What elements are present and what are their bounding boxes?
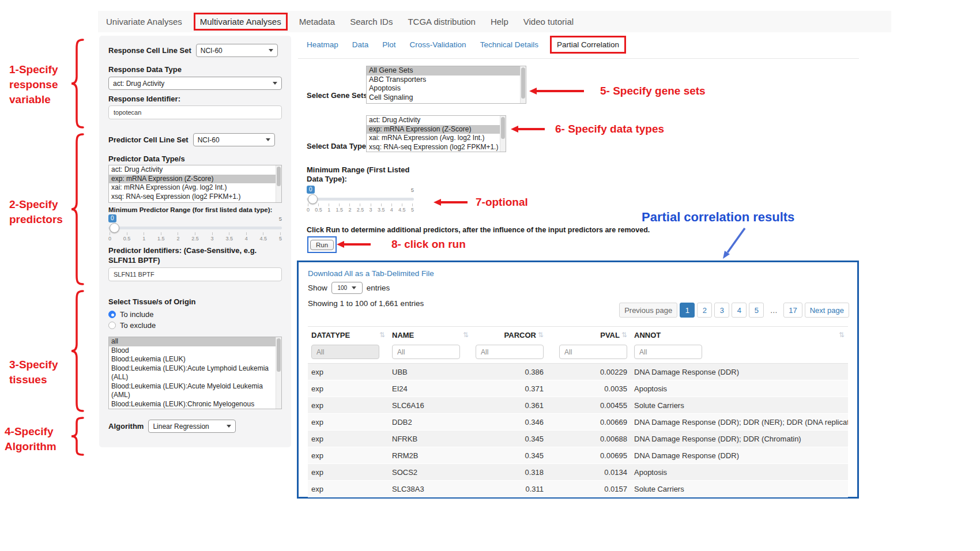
listbox-option[interactable]: xsq: RNA-seq Expression (log2 FPKM+1.) — [367, 143, 506, 152]
listbox-option[interactable]: xsq: RNA-seq Expression (log2 FPKM+1.) — [109, 193, 281, 202]
listbox-option-selected[interactable]: All Gene Sets — [367, 66, 526, 76]
slider-max-label: 5 — [279, 216, 282, 222]
page-button-2[interactable]: 2 — [697, 303, 712, 318]
listbox-option[interactable]: Blood:Leukemia (LEUK) — [109, 355, 281, 364]
page-button-1[interactable]: 1 — [680, 303, 695, 318]
annotation-step1: 1-Specify response variable — [9, 62, 70, 107]
nav-search-ids[interactable]: Search IDs — [350, 17, 393, 27]
listbox-option[interactable]: Blood:Leukemia (LEUK):Acute Myeloid Leuk… — [109, 382, 281, 400]
nav-multivariate-analyses[interactable]: Multivariate Analyses — [194, 13, 288, 31]
column-header-datatype[interactable]: DATATYPE ⇅ — [308, 331, 389, 339]
run-button-highlight: Run — [307, 236, 337, 253]
radio-exclude[interactable] — [108, 322, 116, 329]
algorithm-value: Linear Regression — [153, 422, 209, 431]
min-predictor-range-slider: 0 5 0 0.5 1 1.5 2 2.5 3 3.5 4 4.5 5 — [108, 214, 282, 241]
predictor-cell-line-set-select[interactable]: NCI-60 — [193, 133, 275, 146]
previous-page-button[interactable]: Previous page — [619, 303, 677, 318]
listbox-option[interactable]: xai: mRNA Expression (Avg. log2 Int.) — [109, 183, 281, 193]
slider-max-label: 5 — [411, 187, 414, 193]
listbox-option-selected[interactable]: all — [109, 337, 281, 346]
listbox-option[interactable]: Blood:Leukemia (LEUK):Chronic Myelogenou… — [109, 400, 281, 410]
table-row: exp UBB 0.386 0.00229 DNA Damage Respons… — [308, 364, 848, 380]
cell-pval: 0.0134 — [547, 468, 631, 477]
filter-parcor-input[interactable] — [476, 345, 544, 359]
filter-annot-input[interactable] — [634, 345, 702, 359]
listbox-option[interactable]: xai: mRNA Expression (Avg. log2 Int.) — [367, 134, 506, 143]
sort-icon[interactable]: ⇅ — [621, 331, 627, 339]
annotation-step5: 5- Specify gene sets — [600, 85, 706, 97]
table-filter-row — [308, 343, 848, 364]
response-identifier-input[interactable] — [108, 105, 282, 119]
tab-cross-validation[interactable]: Cross-Validation — [410, 40, 466, 49]
nav-tcga-distribution[interactable]: TCGA distribution — [408, 17, 476, 27]
annotation-step2: 2-Specify predictors — [9, 197, 70, 227]
column-header-annot[interactable]: ANNOT ⇅ — [631, 331, 848, 339]
sort-icon[interactable]: ⇅ — [839, 331, 845, 339]
table-row: exp NFRKB 0.345 0.00688 DNA Damage Respo… — [308, 431, 848, 447]
listbox-option[interactable]: act: Drug Activity — [367, 116, 506, 125]
tab-data[interactable]: Data — [352, 40, 369, 49]
column-header-pval[interactable]: PVAL ⇅ — [547, 331, 631, 339]
scrollbar-thumb[interactable] — [521, 67, 525, 99]
listbox-option[interactable]: act: Drug Activity — [109, 165, 281, 175]
cell-datatype: exp — [308, 451, 389, 460]
page-button-3[interactable]: 3 — [714, 303, 729, 318]
table-body: exp UBB 0.386 0.00229 DNA Damage Respons… — [308, 364, 848, 497]
filter-datatype-input[interactable] — [311, 345, 379, 359]
column-header-parcor[interactable]: PARCOR ⇅ — [472, 331, 547, 339]
page-button-5[interactable]: 5 — [749, 303, 764, 318]
radio-include[interactable] — [108, 311, 116, 318]
slider-track — [307, 198, 414, 201]
nav-video-tutorial[interactable]: Video tutorial — [523, 17, 574, 27]
filter-pval-input[interactable] — [559, 345, 627, 359]
tab-heatmap[interactable]: Heatmap — [307, 40, 338, 49]
listbox-option[interactable]: Apoptosis — [367, 84, 526, 93]
nav-metadata[interactable]: Metadata — [299, 17, 336, 27]
cell-annot: Solute Carriers — [631, 485, 848, 493]
tick-label: 1 — [142, 236, 145, 241]
listbox-option[interactable]: Blood:Leukemia (LEUK):Acute Lymphoid Leu… — [109, 364, 281, 382]
next-page-button[interactable]: Next page — [805, 303, 849, 318]
partial-correlation-results: Download All as a Tab-Delimited File Sho… — [297, 261, 859, 499]
slider-handle[interactable] — [308, 194, 318, 204]
tab-technical-details[interactable]: Technical Details — [480, 40, 538, 49]
cell-annot: DNA Damage Response (DDR) — [631, 451, 848, 460]
scrollbar-thumb[interactable] — [277, 167, 281, 186]
page-button-17[interactable]: 17 — [783, 303, 802, 318]
listbox-option[interactable]: Blood — [109, 346, 281, 356]
tick-label: 5 — [411, 207, 414, 213]
sort-icon[interactable]: ⇅ — [463, 331, 469, 339]
tab-plot[interactable]: Plot — [382, 40, 395, 49]
listbox-option[interactable]: ABC Transporters — [367, 76, 526, 85]
scrollbar-thumb[interactable] — [501, 117, 505, 139]
show-entries-select[interactable]: 100 — [331, 282, 363, 294]
nav-univariate-analyses[interactable]: Univariate Analyses — [106, 17, 182, 27]
select-data-types-label: Select Data Types — [307, 142, 370, 150]
response-cell-line-set-select[interactable]: NCI-60 — [196, 44, 278, 57]
listbox-option-selected[interactable]: exp: mRNA Expression (Z-Score) — [109, 175, 281, 184]
annotation-arrow-8: 8- click on run — [337, 237, 466, 251]
sort-icon[interactable]: ⇅ — [379, 331, 385, 339]
sort-icon[interactable]: ⇅ — [538, 331, 544, 339]
algorithm-select[interactable]: Linear Regression — [148, 420, 236, 433]
pagination: Previous page 1 2 3 4 5 … 17 Next page — [619, 303, 849, 318]
filter-name-input[interactable] — [392, 345, 460, 359]
nav-help[interactable]: Help — [491, 17, 508, 27]
column-header-name[interactable]: NAME ⇅ — [389, 331, 472, 339]
cell-annot: DNA Damage Response (DDR); DDR (NER); DD… — [631, 418, 848, 427]
algorithm-label: Algorithm — [108, 422, 144, 431]
listbox-option-selected[interactable]: exp: mRNA Expression (Z-Score) — [367, 125, 506, 134]
run-button[interactable]: Run — [310, 240, 334, 250]
download-tab-delimited-link[interactable]: Download All as a Tab-Delimited File — [308, 269, 434, 278]
response-data-type-select[interactable]: act: Drug Activity — [108, 77, 282, 90]
predictor-identifiers-input[interactable] — [108, 267, 282, 281]
scrollbar-thumb[interactable] — [277, 338, 281, 372]
slider-handle[interactable] — [110, 223, 119, 233]
arrow-left-icon — [337, 241, 344, 248]
table-row: exp SLC6A16 0.361 0.00455 Solute Carrier… — [308, 397, 848, 414]
page-button-4[interactable]: 4 — [732, 303, 747, 318]
arrow-left-icon — [511, 126, 518, 133]
gene-sets-listbox: All Gene Sets ABC Transporters Apoptosis… — [366, 66, 526, 104]
tab-partial-correlation[interactable]: Partial Correlation — [550, 36, 626, 54]
listbox-option[interactable]: Cell Signaling — [367, 93, 526, 103]
